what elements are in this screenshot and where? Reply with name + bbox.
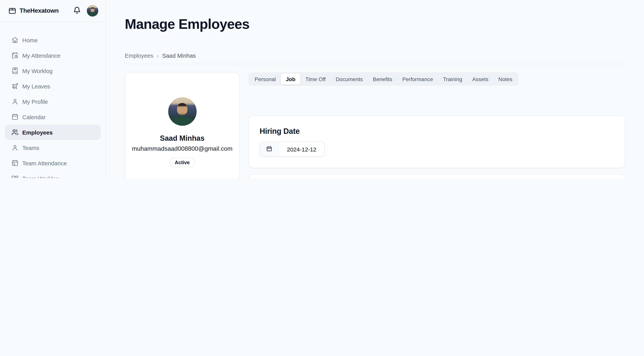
hiring-date-card: Hiring Date 2024-12-12 — [248, 115, 625, 168]
sidebar-item-label: Home — [22, 37, 38, 43]
sidebar-item-label: My Profile — [22, 98, 48, 105]
detail-column: PersonalJobTime OffDocumentsBenefitsPerf… — [248, 72, 625, 178]
employee-email: muhammadsaad008800@gmail.com — [132, 145, 232, 152]
sidebar-item-my-worklog[interactable]: My Worklog — [5, 63, 100, 78]
users-icon — [12, 129, 18, 136]
sidebar-item-employees[interactable]: Employees — [5, 125, 100, 140]
brand[interactable]: TheHexatown — [8, 7, 59, 15]
user-avatar[interactable] — [87, 5, 98, 17]
sidebar-item-team-worklog[interactable]: Team Worklog — [5, 171, 100, 178]
sidebar-item-my-attendance[interactable]: My Attendance — [5, 48, 100, 63]
employee-photo — [168, 97, 196, 126]
sidebar-item-calendar[interactable]: Calendar — [5, 109, 100, 125]
notifications-button[interactable] — [73, 6, 81, 15]
breadcrumb: Employees › Saad Minhas — [125, 53, 625, 64]
calendar-icon — [12, 113, 18, 120]
breadcrumb-employees[interactable]: Employees — [125, 53, 153, 59]
hiring-date-value: 2024-12-12 — [279, 142, 324, 157]
breadcrumb-current: Saad Minhas — [162, 53, 196, 59]
calendar-clock-icon — [12, 52, 18, 59]
sidebar-item-label: My Attendance — [22, 52, 60, 59]
tab-documents[interactable]: Documents — [331, 74, 368, 85]
main-content: Manage Employees Employees › Saad Minhas… — [106, 0, 644, 178]
tab-assets[interactable]: Assets — [467, 74, 493, 85]
tab-personal[interactable]: Personal — [250, 74, 281, 85]
sidebar-item-my-profile[interactable]: My Profile — [5, 94, 100, 109]
sidebar-item-label: My Leaves — [22, 83, 50, 89]
sidebar-item-label: Teams — [22, 144, 39, 151]
employment-status-card: Employment status + Add Employee Status … — [248, 174, 625, 178]
sidebar-item-label: My Worklog — [22, 68, 52, 74]
tab-training[interactable]: Training — [438, 74, 467, 85]
sidebar-item-team-attendance[interactable]: Team Attendance — [5, 155, 100, 171]
sidebar-nav: HomeMy AttendanceMy WorklogMy LeavesMy P… — [0, 22, 106, 178]
employee-name: Saad Minhas — [160, 134, 204, 143]
bell-icon — [73, 6, 81, 15]
book-icon — [12, 67, 18, 74]
tab-notes[interactable]: Notes — [493, 74, 517, 85]
sidebar-item-my-leaves[interactable]: My Leaves — [5, 78, 100, 94]
profile-tabs: PersonalJobTime OffDocumentsBenefitsPerf… — [248, 72, 518, 86]
sidebar-item-teams[interactable]: Teams — [5, 140, 100, 155]
chevron-right-icon: › — [157, 53, 158, 59]
calendar-picker-button[interactable] — [260, 142, 279, 157]
status-badge: Active — [169, 158, 195, 167]
sidebar-item-label: Calendar — [22, 114, 46, 120]
tab-performance[interactable]: Performance — [397, 74, 438, 85]
app: TheHexatown HomeMy AttendanceMy WorklogM… — [0, 0, 644, 178]
sidebar: TheHexatown HomeMy AttendanceMy WorklogM… — [0, 0, 106, 178]
employee-profile-card: Saad Minhas muhammadsaad008800@gmail.com… — [125, 72, 240, 178]
sidebar-item-home[interactable]: Home — [5, 32, 100, 48]
hiring-date-field[interactable]: 2024-12-12 — [260, 142, 325, 157]
tab-time-off[interactable]: Time Off — [300, 74, 331, 85]
calendar-icon — [266, 146, 272, 153]
sidebar-item-label: Team Worklog — [22, 175, 59, 178]
sidebar-item-label: Employees — [22, 129, 52, 135]
home-icon — [12, 37, 18, 44]
tab-job[interactable]: Job — [281, 74, 300, 85]
user-icon — [12, 144, 18, 151]
hiring-date-title: Hiring Date — [260, 127, 300, 136]
plane-icon — [12, 83, 18, 90]
sidebar-item-label: Team Attendance — [22, 160, 67, 166]
sidebar-header: TheHexatown — [0, 0, 106, 22]
user-avatar-photo — [87, 5, 98, 17]
content-row: Saad Minhas muhammadsaad008800@gmail.com… — [125, 72, 625, 178]
calendar-days-icon — [12, 159, 18, 166]
page-title: Manage Employees — [125, 16, 625, 33]
briefcase-logo-icon — [8, 7, 16, 15]
brand-name: TheHexatown — [20, 7, 59, 14]
tab-benefits[interactable]: Benefits — [368, 74, 397, 85]
user-icon — [12, 98, 18, 105]
book-open-icon — [12, 175, 18, 178]
